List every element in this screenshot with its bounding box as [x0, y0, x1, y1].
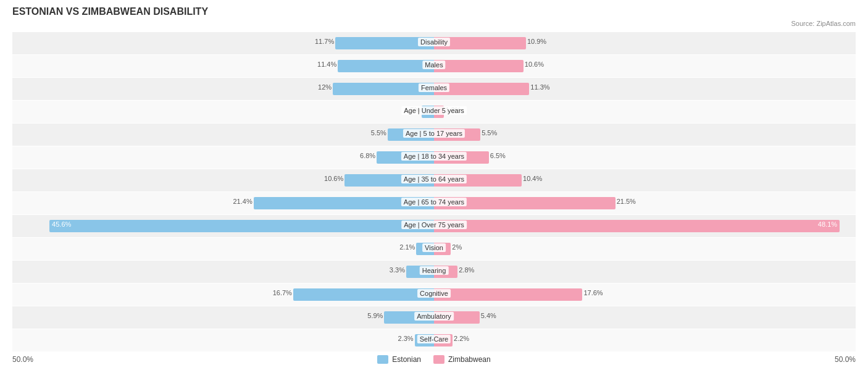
right-value-label: 5.4% — [481, 312, 496, 319]
chart-area: Disability11.7%10.9%Males11.4%10.6%Femal… — [12, 32, 856, 351]
chart-footer: 50.0% EstonianZimbabwean 50.0% — [12, 355, 856, 364]
chart-row: Ambulatory5.9%5.4% — [12, 306, 856, 329]
left-value-label: 11.7% — [315, 38, 334, 45]
chart-row: Self-Care2.3%2.2% — [12, 329, 856, 351]
chart-row: Age | 5 to 17 years5.5%5.5% — [12, 124, 856, 146]
chart-row: Females12%11.3% — [12, 78, 856, 100]
legend-label: Estonian — [392, 355, 421, 364]
source-label: Source: ZipAtlas.com — [12, 20, 856, 27]
chart-row: Age | 35 to 64 years10.6%10.4% — [12, 169, 856, 191]
left-value-label: 11.4% — [317, 61, 336, 68]
left-value-label: 5.5% — [371, 129, 386, 136]
left-value-label: 3.3% — [390, 266, 405, 274]
legend-color-box — [377, 355, 388, 364]
right-value-label: 5.5% — [482, 129, 497, 136]
chart-row: Age | Over 75 years45.6%48.1% — [12, 215, 856, 237]
chart-row: Age | Under 5 years1.5%1.2% — [12, 101, 856, 123]
right-value-label: 10.6% — [525, 61, 544, 68]
left-value-label: 2.3% — [398, 335, 414, 342]
legend-label: Zimbabwean — [448, 355, 491, 364]
footer-right-label: 50.0% — [819, 355, 856, 364]
left-value-label: 12% — [318, 83, 332, 91]
right-value-label: 10.4% — [523, 175, 542, 182]
right-value-label: 10.9% — [527, 38, 546, 45]
left-value-label: 6.8% — [360, 152, 375, 159]
footer-left-label: 50.0% — [12, 355, 49, 364]
chart-row: Age | 18 to 34 years6.8%6.5% — [12, 146, 856, 169]
right-value-label: 48.1% — [818, 220, 840, 228]
right-value-label: 2% — [452, 243, 462, 251]
right-value-label: 11.3% — [530, 83, 549, 91]
legend-item: Zimbabwean — [433, 355, 491, 364]
left-value-label: 45.6% — [49, 220, 71, 228]
legend-color-box — [433, 355, 444, 364]
right-value-label: 2.2% — [454, 335, 469, 342]
left-value-label: 2.1% — [399, 243, 415, 251]
chart-row: Males11.4%10.6% — [12, 55, 856, 77]
left-value-label: 10.6% — [324, 175, 343, 182]
right-value-label: 17.6% — [583, 289, 603, 296]
chart-row: Vision2.1%2% — [12, 238, 856, 260]
left-value-label: 16.7% — [273, 289, 292, 296]
left-value-label: 5.9% — [367, 312, 383, 319]
right-value-label: 6.5% — [490, 152, 506, 159]
right-value-label: 21.5% — [617, 198, 636, 205]
legend-item: Estonian — [377, 355, 421, 364]
chart-title: ESTONIAN VS ZIMBABWEAN DISABILITY — [12, 6, 856, 17]
chart-row: Hearing3.3%2.8% — [12, 261, 856, 283]
chart-row: Age | 65 to 74 years21.4%21.5% — [12, 192, 856, 214]
chart-legend: EstonianZimbabwean — [49, 355, 819, 364]
right-value-label: 2.8% — [459, 266, 474, 274]
chart-row: Disability11.7%10.9% — [12, 32, 856, 54]
chart-row: Cognitive16.7%17.6% — [12, 284, 856, 306]
left-value-label: 21.4% — [233, 198, 252, 205]
